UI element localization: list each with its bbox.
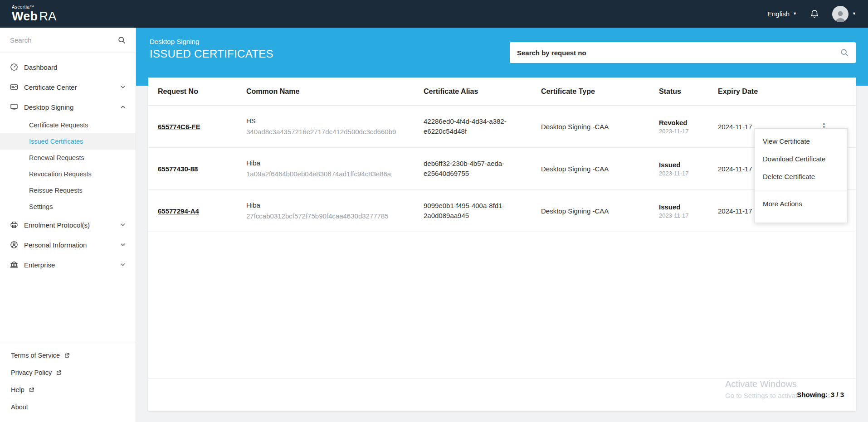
sidebar-item-enrolment-protocols[interactable]: Enrolment Protocol(s) bbox=[0, 215, 136, 235]
certificate-type: Desktop Signing -CAA bbox=[541, 165, 659, 173]
sidebar-item-issued-certificates[interactable]: Issued Certificates bbox=[0, 133, 136, 150]
showing-count: Showing: 3 / 3 bbox=[797, 391, 844, 398]
sidebar-item-settings[interactable]: Settings bbox=[0, 199, 136, 215]
sidebar-menu: Dashboard Certificate Center bbox=[0, 53, 136, 275]
footer-link-label: About bbox=[11, 403, 28, 411]
common-name: Hiba bbox=[246, 200, 398, 210]
request-search-input[interactable] bbox=[517, 49, 840, 57]
sidebar-item-enterprise[interactable]: Enterprise bbox=[0, 255, 136, 275]
column-header-certificate-type: Certificate Type bbox=[541, 87, 659, 96]
table-row: 655774C6-FE HS 340ad8c3a4357216e2717dc41… bbox=[148, 106, 856, 148]
avatar bbox=[832, 6, 848, 22]
chevron-down-icon: ▼ bbox=[793, 12, 797, 16]
desktop-signing-submenu: Certificate Requests Issued Certificates… bbox=[0, 117, 136, 215]
webra-app: Ascertia™ WebRA English ▼ bbox=[0, 0, 868, 422]
table-row: 65577294-A4 Hiba 27fccab0312bcf572f75b90… bbox=[148, 190, 856, 232]
app-body: Dashboard Certificate Center bbox=[0, 28, 868, 422]
chevron-up-icon bbox=[120, 104, 126, 110]
request-search bbox=[510, 42, 856, 63]
external-link-icon bbox=[56, 370, 62, 376]
about-link[interactable]: About bbox=[0, 398, 136, 416]
certificate-type: Desktop Signing -CAA bbox=[541, 123, 659, 131]
certificate-alias: deb6ff32-230b-4b57-aeda-e25640d69755 bbox=[424, 159, 541, 179]
column-header-status: Status bbox=[659, 87, 718, 96]
chevron-down-icon: ▼ bbox=[852, 12, 856, 16]
user-menu[interactable]: ▼ bbox=[832, 6, 856, 22]
search-icon[interactable] bbox=[840, 49, 848, 57]
issued-certificates-card: Request No Common Name Certificate Alias… bbox=[148, 78, 856, 411]
dashboard-icon bbox=[10, 63, 18, 71]
sidebar-item-renewal-requests[interactable]: Renewal Requests bbox=[0, 150, 136, 166]
common-name: Hiba bbox=[246, 158, 398, 168]
footer-link-label: Privacy Policy bbox=[11, 369, 52, 376]
column-header-expiry-date: Expiry Date bbox=[718, 87, 797, 96]
column-header-request-no: Request No bbox=[158, 87, 246, 96]
main-content: Desktop Signing ISSUED CERTIFICATES Requ… bbox=[136, 28, 868, 422]
certificate-alias: 9099e0b1-f495-400a-8fd1-2a0d089aa945 bbox=[424, 201, 541, 221]
help-link[interactable]: Help bbox=[0, 381, 136, 398]
table-header: Request No Common Name Certificate Alias… bbox=[148, 78, 856, 106]
language-label: English bbox=[767, 10, 790, 18]
brand-logo[interactable]: Ascertia™ WebRA bbox=[12, 5, 57, 23]
page-titles: Desktop Signing ISSUED CERTIFICATES bbox=[150, 38, 273, 60]
sidebar-item-label: Desktop Signing bbox=[24, 103, 73, 111]
common-name-hash: 27fccab0312bcf572f75b90f4caa4630d3277785 bbox=[246, 211, 398, 221]
certificate-type: Desktop Signing -CAA bbox=[541, 207, 659, 215]
topbar: Ascertia™ WebRA English ▼ bbox=[0, 0, 868, 28]
brand-ascertia-label: Ascertia™ bbox=[12, 5, 57, 10]
common-name-hash: 1a09a2f6464b00eb04e830674ad1ffc94c83e86a bbox=[246, 169, 398, 179]
sidebar-item-label: Dashboard bbox=[24, 63, 57, 71]
sidebar-item-label: Enterprise bbox=[24, 261, 55, 269]
search-icon[interactable] bbox=[118, 36, 126, 44]
request-no-link[interactable]: 655774C6-FE bbox=[158, 123, 200, 131]
status-badge: Issued bbox=[659, 161, 704, 169]
request-no-link[interactable]: 65577430-88 bbox=[158, 165, 198, 173]
notifications-button[interactable] bbox=[809, 9, 819, 19]
certificate-alias: 42286ed0-4f4d-4d34-a382-e6220c54d48f bbox=[424, 116, 541, 136]
sidebar-item-label: Enrolment Protocol(s) bbox=[24, 221, 90, 229]
sidebar-item-label: Personal Information bbox=[24, 241, 87, 249]
brand-webra-label: WebRA bbox=[12, 10, 57, 23]
request-no-link[interactable]: 65577294-A4 bbox=[158, 207, 199, 215]
column-header-certificate-alias: Certificate Alias bbox=[424, 87, 541, 96]
row-actions-menu: View Certificate Download Certificate De… bbox=[754, 128, 848, 223]
desktop-monitor-icon bbox=[10, 103, 18, 111]
common-name-hash: 340ad8c3a4357216e2717dc412d500dc3cd660b9 bbox=[246, 127, 398, 137]
terms-of-service-link[interactable]: Terms of Service bbox=[0, 347, 136, 364]
status-date: 2023-11-17 bbox=[659, 212, 704, 219]
sidebar-item-personal-information[interactable]: Personal Information bbox=[0, 235, 136, 255]
menu-item-download-certificate[interactable]: Download Certificate bbox=[755, 150, 847, 168]
breadcrumb: Desktop Signing bbox=[150, 38, 273, 45]
person-circle-icon bbox=[10, 241, 18, 249]
footer-link-label: Terms of Service bbox=[11, 352, 60, 359]
menu-item-delete-certificate[interactable]: Delete Certificate bbox=[755, 168, 847, 185]
sidebar-item-revocation-requests[interactable]: Revocation Requests bbox=[0, 166, 136, 182]
certificate-card-icon bbox=[10, 83, 18, 91]
external-link-icon bbox=[64, 353, 70, 359]
table-row: 65577430-88 Hiba 1a09a2f6464b00eb04e8306… bbox=[148, 148, 856, 190]
page-header-band: Desktop Signing ISSUED CERTIFICATES bbox=[136, 28, 868, 86]
status-date: 2023-11-17 bbox=[659, 128, 704, 135]
sidebar-search-input[interactable] bbox=[10, 36, 113, 44]
printer-device-icon bbox=[10, 221, 18, 229]
sidebar-item-certificate-center[interactable]: Certificate Center bbox=[0, 77, 136, 97]
bank-building-icon bbox=[10, 261, 18, 269]
status-badge: Issued bbox=[659, 203, 704, 211]
sidebar-item-desktop-signing[interactable]: Desktop Signing bbox=[0, 97, 136, 117]
menu-divider bbox=[755, 190, 847, 190]
status-date: 2023-11-17 bbox=[659, 170, 704, 177]
sidebar: Dashboard Certificate Center bbox=[0, 28, 136, 422]
chevron-down-icon bbox=[120, 84, 126, 90]
chevron-down-icon bbox=[120, 242, 126, 247]
sidebar-item-dashboard[interactable]: Dashboard bbox=[0, 57, 136, 77]
status-badge: Revoked bbox=[659, 119, 704, 126]
sidebar-item-certificate-requests[interactable]: Certificate Requests bbox=[0, 117, 136, 133]
menu-item-view-certificate[interactable]: View Certificate bbox=[755, 132, 847, 150]
sidebar-item-reissue-requests[interactable]: Reissue Requests bbox=[0, 182, 136, 199]
privacy-policy-link[interactable]: Privacy Policy bbox=[0, 364, 136, 381]
menu-item-more-actions[interactable]: More Actions bbox=[755, 195, 847, 213]
footer-link-label: Help bbox=[11, 386, 24, 393]
chevron-down-icon bbox=[120, 262, 126, 267]
language-selector[interactable]: English ▼ bbox=[767, 10, 797, 18]
table-footer: Showing: 3 / 3 bbox=[148, 378, 856, 411]
